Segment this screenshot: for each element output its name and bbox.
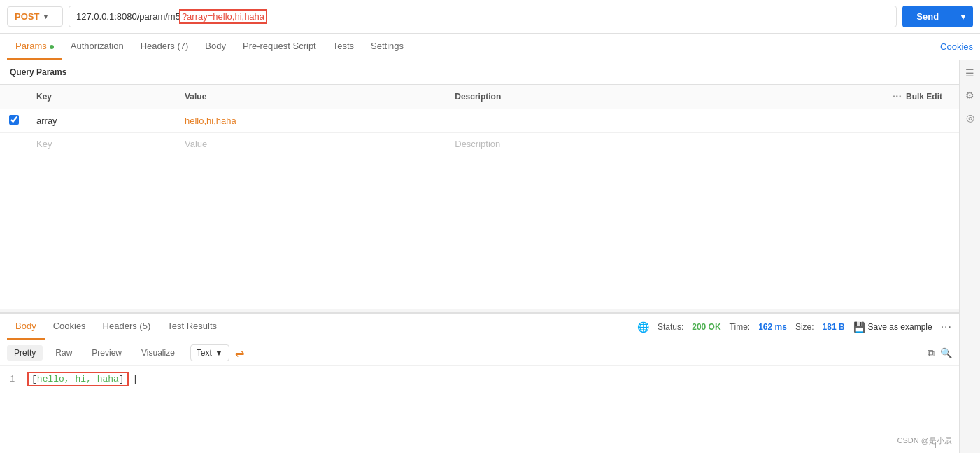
request-tabs-bar: Params Authorization Headers (7) Body Pr…: [0, 34, 980, 60]
more-options-icon[interactable]: ···: [941, 321, 952, 333]
send-dropdown-button[interactable]: ▼: [953, 6, 973, 27]
bulk-edit-area: ··· Bulk Edit: [884, 90, 951, 103]
response-section: Body Cookies Headers (5) Test Results 🌐 …: [0, 313, 959, 453]
query-params-label: Query Params: [0, 60, 959, 84]
time-label: Time:: [730, 322, 751, 332]
empty-key[interactable]: Key: [28, 133, 176, 155]
row-checkbox[interactable]: [9, 115, 19, 125]
cookies-link[interactable]: Cookies: [940, 34, 973, 59]
url-bar: POST ▼ 127.0.0.1:8080/param/m5?array=hel…: [0, 0, 980, 34]
tab-params[interactable]: Params: [7, 34, 62, 60]
url-base: 127.0.0.1:8080/param/m5: [76, 11, 180, 22]
tab-settings[interactable]: Settings: [362, 34, 412, 60]
size-label: Size:: [795, 322, 814, 332]
tab-headers[interactable]: Headers (7): [132, 34, 197, 60]
empty-value[interactable]: Value: [176, 133, 446, 155]
col-value: Value: [176, 85, 446, 109]
content-area: Query Params Key Value Description ···: [0, 60, 959, 453]
tab-authorization[interactable]: Authorization: [62, 34, 132, 60]
time-value: 162 ms: [758, 322, 787, 332]
request-params-section: Query Params Key Value Description ···: [0, 60, 959, 309]
cursor: |: [132, 374, 138, 384]
save-icon: 💾: [853, 321, 865, 333]
resp-tab-cookies[interactable]: Cookies: [45, 314, 94, 340]
more-icon: ···: [893, 90, 902, 103]
col-checkbox: [0, 85, 28, 109]
method-selector[interactable]: POST ▼: [7, 6, 63, 27]
wrap-icon[interactable]: ⇌: [235, 347, 244, 360]
row-key[interactable]: array: [28, 109, 176, 133]
side-panel: ☰ ⚙ ◎: [959, 60, 980, 453]
send-button-container: Send ▼: [902, 6, 973, 27]
col-description: Description ··· Bulk Edit: [446, 85, 959, 109]
response-value: hello, hi, haha: [37, 374, 119, 384]
dropdown-chevron-icon: ▼: [215, 348, 223, 358]
method-chevron-icon: ▼: [42, 13, 49, 20]
tab-pre-request[interactable]: Pre-request Script: [234, 34, 325, 60]
status-value: 200 OK: [692, 322, 720, 332]
status-label: Status:: [658, 322, 683, 332]
row-description[interactable]: [446, 109, 959, 133]
table-row: array hello,hi,haha: [0, 109, 959, 133]
globe-icon: 🌐: [637, 321, 649, 333]
empty-checkbox-cell: [0, 133, 28, 155]
row-value[interactable]: hello,hi,haha: [176, 109, 446, 133]
table-empty-row: Key Value Description: [0, 133, 959, 155]
col-key: Key: [28, 85, 176, 109]
format-tab-visualize[interactable]: Visualize: [134, 345, 182, 361]
format-tab-preview[interactable]: Preview: [85, 345, 129, 361]
resp-tab-body[interactable]: Body: [7, 314, 45, 340]
response-tabs-bar: Body Cookies Headers (5) Test Results 🌐 …: [0, 314, 959, 340]
format-tab-pretty[interactable]: Pretty: [7, 345, 43, 361]
side-icon-circle[interactable]: ◎: [966, 112, 974, 123]
bulk-edit-button[interactable]: Bulk Edit: [906, 92, 942, 102]
response-format-bar: Pretty Raw Preview Visualize Text ▼ ⇌ ⧉ …: [0, 340, 959, 366]
side-icon-settings[interactable]: ⚙: [965, 90, 974, 101]
method-label: POST: [15, 11, 39, 22]
save-example-button[interactable]: 💾 Save as example: [853, 321, 932, 333]
send-button[interactable]: Send: [902, 6, 953, 27]
side-icon-menu[interactable]: ☰: [965, 67, 974, 78]
main-content: Query Params Key Value Description ···: [0, 60, 980, 453]
response-body: 1 [hello, hi, haha] | T: [0, 366, 959, 453]
size-value: 181 B: [823, 322, 845, 332]
params-table: Key Value Description ··· Bulk Edit: [0, 84, 959, 155]
resp-tab-headers[interactable]: Headers (5): [94, 314, 159, 340]
url-input[interactable]: 127.0.0.1:8080/param/m5?array=hello,hi,h…: [69, 6, 897, 27]
resp-tab-test-results[interactable]: Test Results: [159, 314, 225, 340]
bracket-open: [: [31, 374, 37, 384]
bracket-close: ]: [119, 374, 125, 384]
line-number: 1: [10, 375, 15, 384]
copy-icon[interactable]: ⧉: [928, 347, 935, 359]
watermark: CSDN @是小辰: [897, 435, 952, 446]
tab-body[interactable]: Body: [197, 34, 234, 60]
tab-tests[interactable]: Tests: [325, 34, 362, 60]
text-format-dropdown[interactable]: Text ▼: [190, 344, 229, 361]
response-content: [hello, hi, haha]: [29, 373, 127, 385]
empty-description[interactable]: Description: [446, 133, 959, 155]
search-icon[interactable]: 🔍: [940, 347, 952, 358]
format-tab-raw[interactable]: Raw: [48, 345, 79, 361]
url-query: ?array=hello,hi,haha: [180, 11, 266, 22]
params-dot: [50, 45, 54, 49]
row-checkbox-cell: [0, 109, 28, 133]
response-status-area: 🌐 Status: 200 OK Time: 162 ms Size: 181 …: [637, 321, 952, 333]
